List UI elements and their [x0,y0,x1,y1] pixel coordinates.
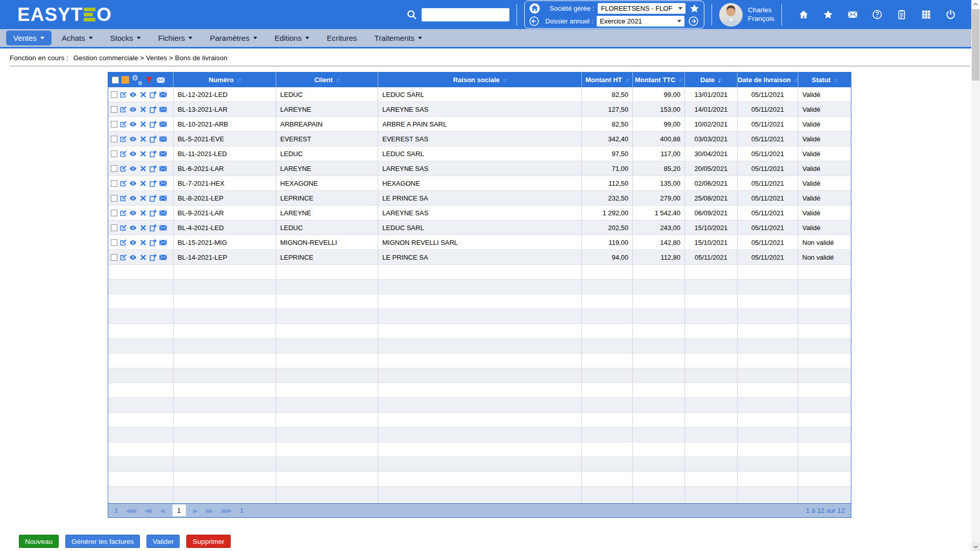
filter-funnel-icon[interactable] [144,76,154,85]
table-row[interactable]: BL-9-2021-LARLAREYNELAREYNE SAS1 292,001… [108,206,851,220]
select-all-checkbox[interactable] [112,77,119,84]
column-header-montant-ttc[interactable]: Montant TTC↓↑ [633,72,685,87]
copy-icon[interactable] [149,149,157,158]
copy-icon[interactable] [149,238,157,247]
row-checkbox[interactable] [111,106,117,113]
table-row[interactable]: BL-11-2021-LEDLEDUCLEDUC SARL97,50117,00… [108,146,851,161]
view-icon[interactable] [129,164,137,173]
mail-icon[interactable] [159,209,167,217]
edit-icon[interactable] [119,223,128,232]
delete-icon[interactable] [139,179,148,188]
menu-item-ecritures[interactable]: Ecritures [320,31,364,45]
dossier-select[interactable]: Exercice 2021 [597,16,684,27]
view-icon[interactable] [129,223,137,232]
edit-icon[interactable] [119,179,128,188]
row-checkbox[interactable] [111,239,117,246]
table-row[interactable]: BL-10-2021-ARBARBREAPAINARBRE A PAIN SAR… [108,117,851,132]
edit-icon[interactable] [119,194,128,203]
menu-item-traitements[interactable]: Traitements [367,31,429,45]
delete-icon[interactable] [139,194,148,203]
global-search-input[interactable] [422,8,509,21]
copy-icon[interactable] [149,253,157,262]
table-row[interactable]: BL-7-2021-HEXHEXAGONEHEXAGONE112,50135,0… [108,176,851,191]
nouveau-button[interactable]: Nouveau [19,535,59,548]
copy-icon[interactable] [149,105,157,114]
column-header-date-de-livraison[interactable]: Date de livraison↓↑ [738,72,798,87]
menu-item-ventes[interactable]: Ventes [6,31,52,45]
row-checkbox[interactable] [111,151,117,157]
next-exercice-icon[interactable] [688,16,699,27]
mail-icon[interactable] [156,76,165,85]
scroll-up-icon[interactable] [971,0,980,9]
copy-icon[interactable] [149,120,157,129]
home-icon[interactable] [798,9,809,20]
table-row[interactable]: BL-6-2021-LARLAREYNELAREYNE SAS71,0085,2… [108,161,851,176]
sort-icon[interactable]: ↓↑ [237,77,241,83]
pagination-first-page-number[interactable]: 1 [114,507,118,514]
edit-icon[interactable] [119,105,128,114]
view-icon[interactable] [129,149,137,158]
pagination-back-icon[interactable]: ◀ [160,507,165,514]
view-icon[interactable] [129,120,137,129]
vertical-scrollbar[interactable] [971,0,980,551]
edit-icon[interactable] [119,120,128,129]
edit-icon[interactable] [119,149,128,158]
mail-icon[interactable] [159,223,167,232]
delete-icon[interactable] [139,90,148,99]
orange-tag-icon[interactable] [121,76,129,84]
societe-select[interactable]: FLOREETSENS - FLOF [598,3,685,14]
row-checkbox[interactable] [111,121,117,128]
delete-icon[interactable] [139,164,148,173]
row-checkbox[interactable] [111,224,117,231]
mail-icon[interactable] [847,9,858,20]
mail-icon[interactable] [159,194,167,203]
edit-icon[interactable] [119,164,128,173]
copy-icon[interactable] [149,209,157,217]
view-icon[interactable] [129,90,137,99]
table-row[interactable]: BL-13-2021-LARLAREYNELAREYNE SAS127,5015… [108,102,851,117]
sort-icon[interactable]: ↓↑ [834,77,838,83]
view-icon[interactable] [129,238,137,247]
settings-gears-icon[interactable]: ⚙⚙ [132,75,142,85]
power-icon[interactable] [945,9,956,20]
pagination-fast-back-icon[interactable]: ◀◀ [144,507,152,514]
sort-icon[interactable]: ↓↑ [336,77,340,83]
delete-icon[interactable] [139,238,148,247]
delete-icon[interactable] [139,209,148,217]
delete-icon[interactable] [139,223,148,232]
row-checkbox[interactable] [111,165,117,172]
column-header-client[interactable]: Client↓↑ [276,72,378,87]
view-icon[interactable] [129,105,137,114]
user-avatar[interactable] [719,3,743,27]
generer-les-factures-button[interactable]: Générer les factures [65,535,140,548]
mail-icon[interactable] [159,120,167,129]
sort-icon[interactable]: ↓↑ [718,77,722,84]
pagination-forward-icon[interactable]: ▶ [193,507,199,514]
view-icon[interactable] [129,179,137,188]
menu-item-stocks[interactable]: Stocks [103,31,148,45]
row-checkbox[interactable] [111,180,117,187]
company-home-icon[interactable] [529,3,541,14]
copy-icon[interactable] [149,164,157,173]
sort-icon[interactable]: ↓↑ [625,77,629,83]
table-row[interactable]: BL-14-2021-LEPLEPRINCELE PRINCE SA94,001… [108,250,851,265]
edit-icon[interactable] [119,209,128,217]
sort-icon[interactable]: ↓↑ [503,77,507,83]
column-header-numero[interactable]: Numéro↓↑ [174,72,276,87]
menu-item-editions[interactable]: Editions [267,31,316,45]
pagination-current-page[interactable]: 1 [173,505,186,516]
mail-icon[interactable] [159,164,167,173]
sort-icon[interactable]: ↓↑ [678,77,682,83]
edit-icon[interactable] [119,135,128,143]
table-row[interactable]: BL-5-2021-EVEEVERESTEVEREST SAS342,40400… [108,132,851,146]
star-icon[interactable] [823,9,834,20]
mail-icon[interactable] [159,135,167,143]
row-checkbox[interactable] [111,195,117,202]
mail-icon[interactable] [159,238,167,247]
view-icon[interactable] [129,253,137,262]
menu-item-fichiers[interactable]: Fichiers [151,31,200,45]
table-row[interactable]: BL-8-2021-LEPLEPRINCELE PRINCE SA232,502… [108,191,851,206]
view-icon[interactable] [129,194,137,203]
column-header-date[interactable]: Date↓↑ [685,72,738,87]
valider-button[interactable]: Valider [146,535,180,548]
